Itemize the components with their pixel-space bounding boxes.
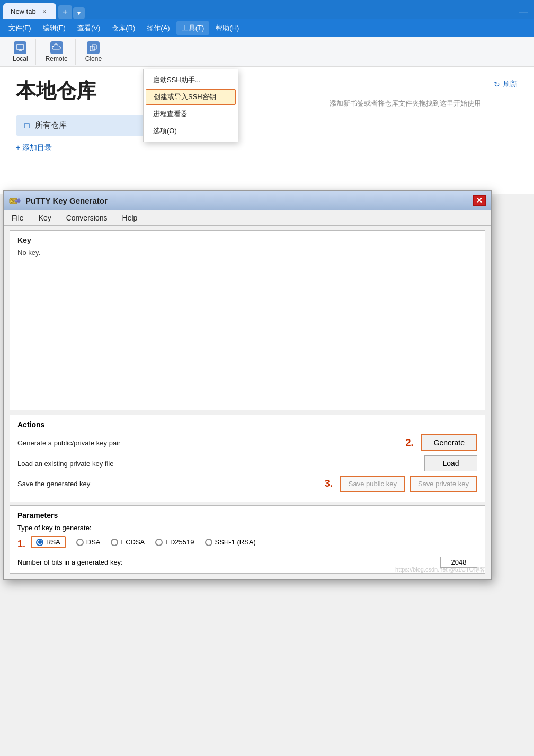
toolbar-clone[interactable]: Clone xyxy=(78,39,109,65)
putty-title-text: PuTTY Key Generator xyxy=(25,196,108,205)
key-section: Key No key. xyxy=(10,230,485,410)
save-btn-group: 3. Save public key Save private key xyxy=(325,476,477,492)
putty-window: PuTTY Key Generator ✕ File Key Conversio… xyxy=(3,190,492,580)
menu-repo[interactable]: 仓库(R) xyxy=(106,21,140,35)
clone-icon xyxy=(87,41,100,54)
save-private-key-button[interactable]: Save private key xyxy=(410,476,477,492)
menu-start-ssh[interactable]: 启动SSH助手... xyxy=(144,72,238,89)
step-1-label: 1. xyxy=(17,539,25,550)
parameters-title: Parameters xyxy=(17,511,477,520)
generate-button[interactable]: Generate xyxy=(421,434,477,451)
radio-rsa[interactable]: RSA xyxy=(31,536,66,548)
radio-dsa-circle xyxy=(76,539,84,546)
menu-action[interactable]: 操作(A) xyxy=(141,21,175,35)
watermark: https://blog.csdn.net @51CTO博客 xyxy=(395,566,485,574)
toolbar-local-label: Local xyxy=(13,55,28,63)
toolbar: Local Remote Clone xyxy=(0,37,534,67)
tab-add-button[interactable]: + xyxy=(58,5,72,19)
parameters-section: Parameters Type of key to generate: 1. R… xyxy=(10,505,485,574)
svg-rect-9 xyxy=(18,199,20,202)
putty-close-button[interactable]: ✕ xyxy=(473,195,486,206)
tab-dropdown-button[interactable]: ▾ xyxy=(73,7,85,19)
radio-ecdsa-label: ECDSA xyxy=(121,538,145,546)
add-dir-label: + 添加目录 xyxy=(16,143,52,153)
toolbar-remote[interactable]: Remote xyxy=(38,39,76,65)
radio-ed25519[interactable]: ED25519 xyxy=(155,538,194,546)
key-section-title: Key xyxy=(17,236,477,244)
putty-menu-key[interactable]: Key xyxy=(35,213,55,223)
putty-menu-conversions[interactable]: Conversions xyxy=(63,213,111,223)
actions-section: Actions Generate a public/private key pa… xyxy=(10,415,485,502)
radio-dsa[interactable]: DSA xyxy=(76,538,101,546)
radio-dsa-label: DSA xyxy=(86,538,101,546)
refresh-button[interactable]: ↻ 刷新 xyxy=(494,80,518,89)
add-directory-button[interactable]: + 添加目录 xyxy=(16,143,518,153)
menu-create-ssh-key[interactable]: 创建或导入SSH密钥 xyxy=(146,89,236,105)
step-2-label: 2. xyxy=(406,437,414,449)
radio-ed25519-label: ED25519 xyxy=(165,538,194,546)
save-action-label: Save the generated key xyxy=(17,480,90,488)
refresh-icon: ↻ xyxy=(494,80,500,89)
toolbar-remote-label: Remote xyxy=(46,55,68,63)
putty-titlebar: PuTTY Key Generator ✕ xyxy=(4,191,491,210)
refresh-label: 刷新 xyxy=(503,80,518,89)
radio-ecdsa-circle xyxy=(111,539,118,546)
generate-action-label: Generate a public/private key pair xyxy=(17,439,120,447)
tools-dropdown-menu: 启动SSH助手... 创建或导入SSH密钥 进程查看器 选项(O) xyxy=(143,69,238,142)
radio-ssh1-rsa-label: SSH-1 (RSA) xyxy=(215,538,256,546)
actions-title: Actions xyxy=(17,420,477,429)
key-type-label: Type of key to generate: xyxy=(17,524,477,532)
radio-ssh1-rsa[interactable]: SSH-1 (RSA) xyxy=(205,538,256,546)
generate-btn-group: 2. Generate xyxy=(406,434,477,451)
monitor-icon xyxy=(14,41,26,54)
tab-label: New tab xyxy=(11,7,36,15)
no-key-text: No key. xyxy=(17,249,477,257)
menu-file[interactable]: 文件(F) xyxy=(3,21,37,35)
menu-help[interactable]: 帮助(H) xyxy=(210,21,244,35)
app-window: New tab × + ▾ — 文件(F) 编辑(E) 查看(V) 仓库(R) … xyxy=(0,0,534,37)
radio-ed25519-circle xyxy=(155,539,163,546)
all-repos-label: 所有仓库 xyxy=(35,120,67,130)
load-btn-group: Load xyxy=(424,455,477,471)
menu-process-viewer[interactable]: 进程查看器 xyxy=(144,106,238,122)
load-action-row: Load an existing private key file Load xyxy=(17,455,477,471)
radio-rsa-label: RSA xyxy=(46,538,60,546)
menu-tools[interactable]: 工具(T) xyxy=(176,21,210,35)
tab-bar: New tab × + ▾ — xyxy=(0,0,534,19)
load-button[interactable]: Load xyxy=(424,455,477,471)
bits-label: Number of bits in a generated key: xyxy=(17,558,123,566)
key-type-radio-group: RSA DSA ECDSA ED25519 xyxy=(31,536,256,548)
step-3-label: 3. xyxy=(325,478,333,489)
radio-rsa-circle xyxy=(36,539,43,546)
svg-point-7 xyxy=(12,200,13,202)
cloud-icon xyxy=(50,41,63,54)
putty-menu-file[interactable]: File xyxy=(8,213,27,223)
toolbar-clone-label: Clone xyxy=(85,55,102,63)
main-content-area: 本地仓库 □ 所有仓库 + 添加目录 ↻ 刷新 添加新书签或者将仓库文件夹拖拽到… xyxy=(0,67,534,194)
putty-title-left: PuTTY Key Generator xyxy=(8,194,108,207)
tab-close-button[interactable]: × xyxy=(40,7,49,15)
putty-menubar: File Key Conversions Help xyxy=(4,210,491,226)
menu-options[interactable]: 选项(O) xyxy=(144,122,238,139)
toolbar-local[interactable]: Local xyxy=(5,39,36,65)
menu-bar: 文件(F) 编辑(E) 查看(V) 仓库(R) 操作(A) 工具(T) 帮助(H… xyxy=(0,19,534,37)
save-public-key-button[interactable]: Save public key xyxy=(340,476,405,492)
menu-view[interactable]: 查看(V) xyxy=(72,21,105,35)
svg-rect-0 xyxy=(16,45,24,49)
menu-edit[interactable]: 编辑(E) xyxy=(38,21,71,35)
radio-ecdsa[interactable]: ECDSA xyxy=(111,538,145,546)
putty-icon xyxy=(8,194,21,207)
save-action-row: Save the generated key 3. Save public ke… xyxy=(17,476,477,492)
generate-action-row: Generate a public/private key pair 2. Ge… xyxy=(17,434,477,451)
radio-ssh1-rsa-circle xyxy=(205,539,212,546)
putty-menu-help[interactable]: Help xyxy=(119,213,141,223)
load-action-label: Load an existing private key file xyxy=(17,460,113,468)
minimize-button[interactable]: — xyxy=(516,4,531,19)
tab-new[interactable]: New tab × xyxy=(3,3,56,19)
hint-text: 添加新书签或者将仓库文件夹拖拽到这里开始使用 xyxy=(330,99,481,108)
folder-icon: □ xyxy=(24,121,30,130)
